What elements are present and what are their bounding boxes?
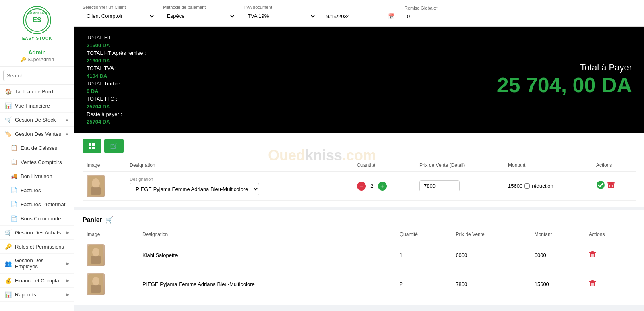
confirm-button[interactable]	[596, 180, 605, 191]
table-view-button[interactable]	[83, 139, 101, 153]
sidebar-item-label: Bons Commande	[21, 216, 61, 222]
svg-rect-21	[589, 252, 596, 253]
cart-title: Panier 🛒	[83, 216, 636, 224]
sidebar-item-label: Ventes Comptoirs	[21, 159, 62, 165]
svg-rect-31	[591, 280, 594, 281]
sidebar-item-finance-et-compta[interactable]: 💰 Finance et Compta... ▶	[0, 274, 74, 288]
sidebar-search[interactable]: 🔍	[0, 67, 74, 85]
svg-point-18	[92, 248, 99, 257]
cart-item-actions	[585, 241, 636, 270]
cart-section: Panier 🛒 Image Designation Quantité Prix…	[74, 210, 644, 305]
product-image	[87, 175, 105, 197]
sidebar-item-factures[interactable]: 📄 Factures	[0, 183, 74, 197]
total-tva-label: TOTAL TVA :	[87, 65, 146, 71]
sidebar-item-gestion-des-employes[interactable]: 👥 Gestion Des Employés ▶	[0, 254, 74, 274]
col-montant: Montant	[504, 159, 592, 172]
tableau-icon: 🏠	[5, 88, 12, 95]
sidebar-item-bon-livraison[interactable]: 🚚 Bon Livraison	[0, 169, 74, 183]
logo-circle: ES EASY SMART STOCK	[23, 6, 51, 34]
roles-icon: 🔑	[5, 243, 12, 250]
total-payer-amount: 25 704, 00 DA	[497, 73, 632, 97]
sidebar-nav: 🏠 Tableau de Bord 📊 Vue Financière 🛒 Ges…	[0, 85, 74, 311]
svg-text:EASY SMART STOCK: EASY SMART STOCK	[27, 12, 47, 14]
product-image-cell	[83, 172, 126, 201]
top-bar: Selectionner un Client Client Comptoir M…	[74, 0, 644, 27]
quantity-minus-button[interactable]: −	[357, 182, 366, 191]
quantity-plus-button[interactable]: +	[378, 182, 387, 191]
date-field: 9/19/2034 📅	[324, 6, 396, 21]
sidebar-item-tableau-de-bord[interactable]: 🏠 Tableau de Bord	[0, 85, 74, 99]
reduction-checkbox[interactable]	[524, 183, 530, 189]
achats-icon: 🛒	[5, 229, 12, 236]
tva-label: TVA document	[244, 5, 316, 10]
user-role: SuperAdmin	[4, 57, 70, 62]
remise-input[interactable]: 0	[405, 12, 477, 21]
cart-delete-button[interactable]	[589, 280, 596, 288]
search-input[interactable]	[3, 70, 74, 81]
action-buttons	[596, 180, 632, 191]
total-ht-value: 21600 DA	[87, 42, 146, 48]
caisses-icon: 📋	[10, 145, 17, 151]
cart-col-designation: Designation	[138, 228, 396, 241]
livraison-icon: 🚚	[10, 173, 17, 179]
cart-row: Kiabi Salopette 1 6000 6000	[83, 241, 636, 270]
svg-rect-28	[91, 285, 101, 293]
designation-select[interactable]: PIEGE Pyjama Femme Adriana Bleu-Multicol…	[130, 183, 259, 195]
reduction-container: 15600 réduction	[508, 183, 588, 189]
sidebar-item-rapports[interactable]: 📊 Rapports ▶	[0, 288, 74, 302]
quantity-control: − 2 +	[357, 182, 411, 191]
logo-text: EASY STOCK	[22, 36, 52, 41]
col-quantite: Quantité	[353, 159, 415, 172]
total-timbre-label: TOTAL Timbre :	[87, 81, 146, 87]
svg-rect-30	[589, 281, 596, 282]
col-designation: Designation	[126, 159, 353, 172]
main-content: Selectionner un Client Client Comptoir M…	[74, 0, 644, 311]
reste-label: Reste à payer :	[87, 111, 146, 117]
delete-button[interactable]	[607, 182, 615, 191]
sidebar-item-label: Factures Proformat	[21, 201, 65, 207]
client-select[interactable]: Client Comptoir	[83, 11, 155, 21]
date-input[interactable]: 9/19/2034	[324, 12, 396, 21]
sidebar-item-label: Factures	[21, 187, 41, 193]
date-label	[324, 6, 396, 10]
sidebar-item-label: Gestion Des Ventes	[15, 131, 61, 137]
quantity-cell: − 2 +	[353, 172, 415, 201]
svg-rect-22	[591, 251, 594, 252]
cart-delete-button[interactable]	[589, 251, 596, 259]
cart-item-prix: 7800	[452, 270, 530, 299]
svg-rect-13	[610, 182, 612, 182]
tva-field: TVA document TVA 19%	[244, 5, 316, 21]
summary-panel: TOTAL HT : 21600 DA TOTAL HT Après remis…	[74, 27, 644, 133]
sidebar-item-roles-et-permissions[interactable]: 🔑 Roles et Permissions	[0, 240, 74, 254]
sidebar-item-ventes-comptoirs[interactable]: 📋 Ventes Comptoirs	[0, 155, 74, 169]
client-field: Selectionner un Client Client Comptoir	[83, 5, 155, 21]
svg-rect-19	[91, 256, 101, 264]
product-row: Designation PIEGE Pyjama Femme Adriana B…	[83, 172, 636, 201]
sidebar-item-factures-proformat[interactable]: 📄 Factures Proformat	[0, 197, 74, 211]
quantity-value: 2	[368, 183, 376, 189]
remise-label: Remise Globale*	[405, 6, 477, 10]
cart-icon: 🛒	[105, 216, 114, 224]
chevron-up-icon: ▲	[65, 117, 69, 122]
sidebar-item-gestion-des-achats[interactable]: 🛒 Gestion Des Achats ▶	[0, 226, 74, 240]
calendar-icon[interactable]: 📅	[388, 13, 394, 19]
cart-item-montant: 6000	[530, 241, 585, 270]
paiement-select[interactable]: Espèce	[163, 11, 235, 21]
cart-view-button[interactable]: 🛒	[104, 139, 124, 153]
svg-point-8	[92, 178, 100, 188]
svg-point-27	[92, 277, 99, 286]
sidebar-item-bons-commande[interactable]: 📄 Bons Commande	[0, 211, 74, 226]
cart-col-actions: Actions	[585, 228, 636, 241]
sidebar-item-label: Roles et Permissions	[15, 244, 64, 250]
price-input[interactable]: 7800	[419, 180, 460, 191]
summary-left: TOTAL HT : 21600 DA TOTAL HT Après remis…	[87, 35, 146, 125]
sidebar-item-gestion-des-ventes[interactable]: 🏷️ Gestion Des Ventes ▲	[0, 127, 74, 141]
cart-item-actions	[585, 270, 636, 299]
sidebar-item-gestion-de-stock[interactable]: 🛒 Gestion De Stock ▲	[0, 113, 74, 127]
total-ttc-value: 25704 DA	[87, 104, 146, 110]
tva-select[interactable]: TVA 19%	[244, 11, 316, 21]
employes-icon: 👥	[5, 260, 12, 267]
designation-sub-label: Designation	[130, 177, 349, 182]
sidebar-item-vue-financiere[interactable]: 📊 Vue Financière	[0, 99, 74, 113]
sidebar-item-etat-de-caisses[interactable]: 📋 Etat de Caisses	[0, 141, 74, 155]
